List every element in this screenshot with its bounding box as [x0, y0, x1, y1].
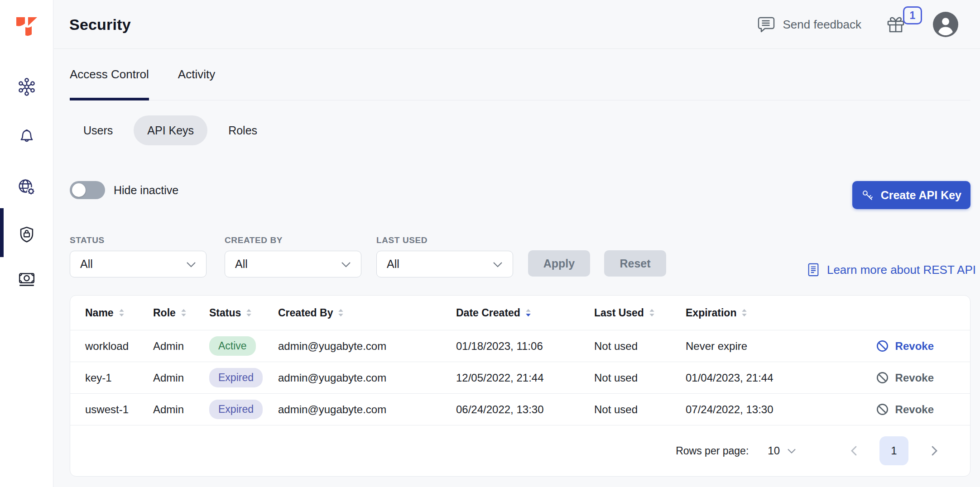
- cell-expiration: 07/24/2022, 13:30: [686, 403, 857, 416]
- clusters-icon: [16, 76, 37, 97]
- table-header-row: Name Role Status Created By Date Created: [70, 296, 970, 330]
- user-avatar-icon: [933, 12, 958, 37]
- cell-date-created: 06/24/2022, 13:30: [456, 403, 594, 416]
- subtab-roles[interactable]: Roles: [215, 115, 271, 145]
- cell-role: Admin: [153, 372, 209, 384]
- filter-status-select[interactable]: All: [70, 251, 207, 277]
- page-number-button[interactable]: 1: [879, 436, 908, 465]
- cell-expiration: Never expire: [686, 340, 857, 353]
- revoke-icon: [875, 402, 889, 416]
- globe-gear-icon: [16, 177, 37, 197]
- apply-button[interactable]: Apply: [528, 250, 590, 277]
- subtab-bar: Users API Keys Roles: [70, 115, 271, 145]
- sort-icon-desc: [525, 307, 532, 318]
- cell-role: Admin: [153, 340, 209, 353]
- sidebar-item-network[interactable]: [16, 177, 37, 197]
- sidebar-item-security[interactable]: [16, 224, 37, 244]
- column-header-role[interactable]: Role: [153, 307, 209, 319]
- page-header: Security Send feedback: [54, 0, 980, 49]
- revoke-label: Revoke: [895, 403, 934, 416]
- cell-status: Expired: [209, 400, 278, 419]
- shield-lock-icon: [16, 224, 37, 244]
- filter-created-by-value: All: [235, 258, 248, 271]
- filter-created-by: CREATED BY All: [225, 235, 361, 277]
- rows-per-page-value: 10: [768, 444, 780, 457]
- sidebar-item-clusters[interactable]: [16, 76, 37, 97]
- yugabyte-logo-icon: [14, 14, 39, 39]
- chevron-down-icon: [493, 261, 503, 267]
- sidebar-item-billing[interactable]: [16, 269, 37, 290]
- rows-per-page-select[interactable]: 10: [768, 444, 796, 457]
- sort-icon: [118, 307, 125, 318]
- feedback-icon: [756, 14, 776, 34]
- sidebar: [0, 0, 53, 487]
- sort-icon: [337, 307, 344, 318]
- reset-button[interactable]: Reset: [604, 250, 666, 277]
- cell-name: uswest-1: [85, 403, 153, 416]
- revoke-label: Revoke: [895, 372, 934, 384]
- chevron-down-icon: [787, 448, 796, 454]
- sort-icon: [180, 307, 187, 318]
- revoke-label: Revoke: [895, 340, 934, 353]
- table-row: key-1 Admin Expired admin@yugabyte.com 1…: [70, 362, 970, 394]
- subtab-users[interactable]: Users: [70, 115, 126, 145]
- create-api-key-button[interactable]: Create API Key: [852, 181, 970, 209]
- sort-icon: [649, 307, 655, 318]
- cell-name: workload: [85, 340, 153, 353]
- rows-per-page-label: Rows per page:: [676, 445, 749, 457]
- chevron-left-icon: [850, 445, 857, 456]
- previous-page-button[interactable]: [846, 443, 861, 458]
- chevron-down-icon: [341, 261, 351, 267]
- revoke-button[interactable]: Revoke: [875, 402, 955, 416]
- column-header-status[interactable]: Status: [209, 307, 278, 319]
- column-header-date-created[interactable]: Date Created: [456, 307, 594, 319]
- cell-date-created: 01/18/2023, 11:06: [456, 340, 594, 353]
- tab-access-control[interactable]: Access Control: [70, 49, 149, 100]
- filter-last-used-select[interactable]: All: [376, 251, 513, 277]
- doc-icon: [807, 263, 820, 277]
- next-page-button[interactable]: [927, 443, 942, 458]
- user-avatar[interactable]: [933, 12, 958, 37]
- cell-last-used: Not used: [594, 340, 686, 353]
- filter-last-used-value: All: [387, 258, 399, 271]
- status-badge: Expired: [209, 368, 263, 387]
- gift-badge: 1: [903, 6, 922, 24]
- key-icon: [861, 189, 874, 201]
- column-header-expiration[interactable]: Expiration: [686, 307, 857, 319]
- revoke-icon: [875, 371, 889, 385]
- filter-status: STATUS All: [70, 235, 207, 277]
- filter-last-used-label: LAST USED: [376, 235, 513, 245]
- chevron-down-icon: [186, 261, 196, 267]
- hide-inactive-label: Hide inactive: [114, 184, 178, 197]
- cell-created-by: admin@yugabyte.com: [278, 403, 456, 416]
- toggle-knob: [72, 183, 86, 197]
- status-badge: Expired: [209, 400, 263, 419]
- page-title: Security: [69, 15, 131, 33]
- tab-activity[interactable]: Activity: [178, 49, 215, 100]
- sort-icon: [245, 307, 252, 318]
- send-feedback-label: Send feedback: [783, 18, 861, 32]
- column-header-created-by[interactable]: Created By: [278, 307, 456, 319]
- learn-more-link[interactable]: Learn more about REST API: [807, 263, 976, 277]
- column-header-last-used[interactable]: Last Used: [594, 307, 686, 319]
- send-feedback-button[interactable]: Send feedback: [756, 14, 861, 34]
- cell-date-created: 12/05/2022, 21:44: [456, 372, 594, 384]
- revoke-button[interactable]: Revoke: [875, 339, 955, 353]
- cell-status: Expired: [209, 368, 278, 387]
- filter-created-by-select[interactable]: All: [225, 251, 361, 277]
- subtab-api-keys[interactable]: API Keys: [134, 115, 207, 145]
- filter-bar: STATUS All CREATED BY All LAST USED All: [70, 235, 970, 278]
- hide-inactive-control: Hide inactive: [70, 181, 178, 199]
- hide-inactive-toggle[interactable]: [70, 181, 105, 199]
- cell-created-by: admin@yugabyte.com: [278, 372, 456, 384]
- tab-bar: Access Control Activity: [70, 49, 970, 100]
- cell-expiration: 01/04/2023, 21:44: [686, 372, 857, 384]
- gift-button[interactable]: 1: [885, 14, 907, 35]
- yugabyte-logo[interactable]: [14, 14, 39, 39]
- create-api-key-label: Create API Key: [881, 189, 961, 202]
- table-row: workload Admin Active admin@yugabyte.com…: [70, 330, 970, 362]
- sidebar-item-alerts[interactable]: [16, 125, 37, 146]
- revoke-button[interactable]: Revoke: [875, 371, 955, 385]
- status-badge: Active: [209, 336, 256, 356]
- column-header-name[interactable]: Name: [85, 307, 153, 319]
